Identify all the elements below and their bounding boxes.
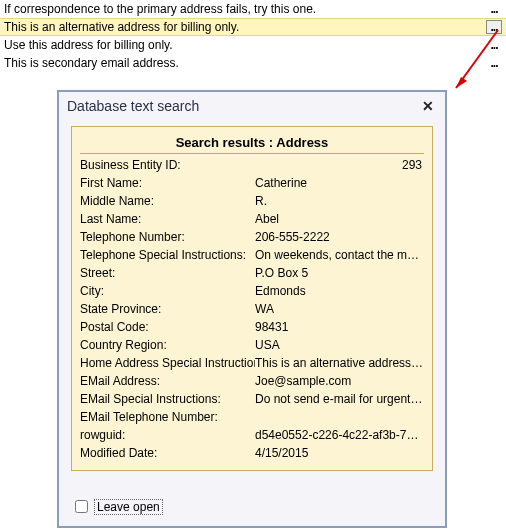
result-row: Business Entity ID:293 [80,156,424,174]
ellipsis-icon[interactable]: ... [486,20,502,34]
result-row: Home Address Special Instructions:This i… [80,354,424,372]
result-row: Country Region:USA [80,336,424,354]
result-label: Last Name: [80,212,255,226]
result-label: Business Entity ID: [80,158,255,172]
result-value: WA [255,302,424,316]
result-value: d54e0552-c226-4c22-af3b-762c... [255,428,424,442]
ellipsis-icon[interactable]: ... [486,2,502,16]
result-value: 293 [255,158,424,172]
result-label: State Province: [80,302,255,316]
dialog-footer: Leave open [71,497,162,516]
result-label: Telephone Number: [80,230,255,244]
result-label: Street: [80,266,255,280]
result-label: Modified Date: [80,446,255,460]
result-row: Telephone Number:206-555-2222 [80,228,424,246]
result-row: Middle Name:R. [80,192,424,210]
result-row: Postal Code:98431 [80,318,424,336]
result-row: City:Edmonds [80,282,424,300]
result-label: Middle Name: [80,194,255,208]
result-value: Do not send e-mail for urgent iss... [255,392,424,406]
results-panel: Search results : Address Business Entity… [71,126,433,471]
result-value: On weekends, contact the mana... [255,248,424,262]
list-row[interactable]: This is an alternative address for billi… [0,18,506,36]
dialog-title: Database text search [67,98,419,114]
result-label: EMail Special Instructions: [80,392,255,406]
result-row: rowguid:d54e0552-c226-4c22-af3b-762c... [80,426,424,444]
result-label: City: [80,284,255,298]
result-value: P.O Box 5 [255,266,424,280]
leave-open-checkbox[interactable] [75,500,88,513]
result-value: This is an alternative address for ... [255,356,424,370]
list-row-text: This is an alternative address for billi… [4,20,486,34]
result-value: Edmonds [255,284,424,298]
result-row: Last Name:Abel [80,210,424,228]
result-row: EMail Special Instructions:Do not send e… [80,390,424,408]
result-value: 4/15/2015 [255,446,424,460]
list-row-text: This is secondary email address. [4,56,486,70]
result-row: Telephone Special Instructions:On weeken… [80,246,424,264]
list-row[interactable]: This is secondary email address.... [0,54,506,72]
result-label: Telephone Special Instructions: [80,248,255,262]
result-row: Modified Date:4/15/2015 [80,444,424,462]
search-dialog: Database text search ✕ Search results : … [57,90,447,528]
result-label: First Name: [80,176,255,190]
list-row-text: Use this address for billing only. [4,38,486,52]
result-value: Joe@sample.com [255,374,424,388]
result-label: EMail Address: [80,374,255,388]
result-row: EMail Address:Joe@sample.com [80,372,424,390]
list-row[interactable]: Use this address for billing only.... [0,36,506,54]
list-row-text: If correspondence to the primary address… [4,2,486,16]
svg-marker-1 [456,77,467,88]
ellipsis-icon[interactable]: ... [486,38,502,52]
result-value: Abel [255,212,424,226]
dialog-titlebar[interactable]: Database text search ✕ [59,92,445,120]
close-icon[interactable]: ✕ [419,97,437,115]
list-row[interactable]: If correspondence to the primary address… [0,0,506,18]
result-label: EMail Telephone Number: [80,410,255,424]
result-value: 206-555-2222 [255,230,424,244]
leave-open-label[interactable]: Leave open [95,500,162,514]
result-value: 98431 [255,320,424,334]
result-value: R. [255,194,424,208]
result-label: Postal Code: [80,320,255,334]
result-label: Home Address Special Instructions: [80,356,255,370]
result-label: rowguid: [80,428,255,442]
result-value: Catherine [255,176,424,190]
result-row: State Province:WA [80,300,424,318]
result-row: First Name:Catherine [80,174,424,192]
result-value: USA [255,338,424,352]
result-row: Street:P.O Box 5 [80,264,424,282]
result-label: Country Region: [80,338,255,352]
results-title: Search results : Address [80,131,424,154]
result-row: EMail Telephone Number: [80,408,424,426]
ellipsis-icon[interactable]: ... [486,56,502,70]
